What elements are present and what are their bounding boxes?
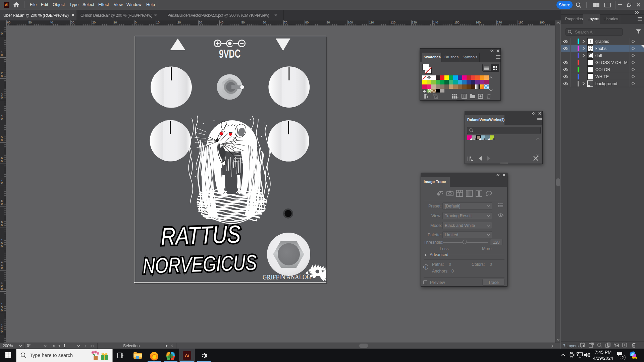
svg-text:RATTUS: RATTUS xyxy=(161,220,241,250)
svg-text:GRIFFIN ANALOG: GRIFFIN ANALOG xyxy=(263,273,311,281)
svg-text:9VDC: 9VDC xyxy=(219,47,240,60)
svg-text:NORVEGICUS: NORVEGICUS xyxy=(143,250,257,278)
svg-text:PRE: PRE xyxy=(632,357,637,359)
